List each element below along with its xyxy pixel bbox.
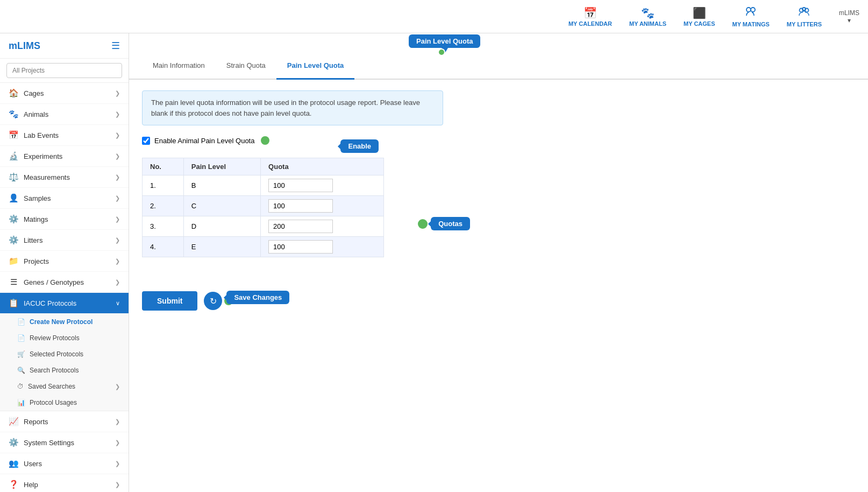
enable-checkbox-row: Enable Animal Pain Level Quota Enable	[142, 136, 855, 145]
matings-chevron-icon: ❯	[115, 216, 120, 223]
sidebar-iacuc-label: IACUC Protocols	[24, 299, 76, 307]
nav-calendar-label: MY CALENDAR	[568, 20, 612, 27]
enable-checkbox[interactable]	[142, 137, 150, 145]
enable-dot-indicator	[261, 136, 269, 145]
hamburger-icon[interactable]: ☰	[111, 40, 120, 52]
quota-table: No. Pain Level Quota 1. B	[142, 158, 384, 257]
col-pain-level: Pain Level	[183, 158, 260, 175]
nav-mlims-label: mLIMS	[839, 9, 859, 17]
nav-item-calendar[interactable]: 📅 MY CALENDAR	[568, 6, 612, 27]
sidebar-item-matings[interactable]: ⚙️ Matings ❯	[0, 209, 129, 230]
sidebar-litters-label: Litters	[24, 236, 42, 244]
sidebar-item-experiments[interactable]: 🔬 Experiments ❯	[0, 146, 129, 167]
sidebar-item-iacuc[interactable]: 📋 IACUC Protocols ∨	[0, 293, 129, 314]
sidebar-subitem-selected-protocols[interactable]: 🛒 Selected Protocols	[0, 346, 129, 362]
sidebar-item-projects[interactable]: 📁 Projects ❯	[0, 251, 129, 272]
calendar-icon: 📅	[584, 6, 597, 19]
nav-item-litters[interactable]: MY LITTERS	[787, 5, 822, 27]
sidebar-item-lab-events[interactable]: 📅 Lab Events ❯	[0, 125, 129, 146]
litters-icon	[798, 5, 810, 20]
sidebar-logo: mLIMS	[9, 40, 40, 52]
row-3-quota-cell	[261, 216, 384, 237]
nav-item-matings[interactable]: MY MATINGS	[732, 5, 770, 27]
sidebar-search-container	[0, 59, 129, 83]
quota-table-wrapper: No. Pain Level Quota 1. B	[142, 158, 384, 273]
sidebar-header: mLIMS ☰	[0, 33, 129, 59]
animals-icon: 🐾	[641, 6, 654, 19]
iacuc-chevron-icon: ∨	[116, 300, 120, 307]
measurements-chevron-icon: ❯	[115, 174, 120, 181]
buttons-row: Submit ↻ Save Changes	[142, 291, 855, 311]
col-quota: Quota	[261, 158, 384, 175]
sidebar-item-animals[interactable]: 🐾 Animals ❯	[0, 104, 129, 125]
sidebar-projects-label: Projects	[24, 257, 49, 265]
row-1-no: 1.	[143, 175, 184, 196]
row-1-quota-input[interactable]	[268, 179, 333, 192]
sidebar-item-system-settings[interactable]: ⚙️ System Settings ❯	[0, 432, 129, 453]
genes-sidebar-icon: ☰	[9, 277, 18, 287]
row-1-quota-cell	[261, 175, 384, 196]
sidebar-item-samples[interactable]: 👤 Samples ❯	[0, 188, 129, 209]
sidebar-item-reports[interactable]: 📈 Reports ❯	[0, 411, 129, 432]
samples-sidebar-icon: 👤	[9, 193, 18, 203]
sidebar-item-measurements[interactable]: ⚖️ Measurements ❯	[0, 167, 129, 188]
enable-callout-label: Enable	[348, 142, 371, 150]
users-sidebar-icon: 👥	[9, 459, 18, 468]
sidebar-item-litters[interactable]: ⚙️ Litters ❯	[0, 230, 129, 251]
search-input[interactable]	[6, 63, 122, 78]
sidebar-help-label: Help	[24, 481, 38, 489]
animals-sidebar-icon: 🐾	[9, 109, 18, 119]
projects-sidebar-icon: 📁	[9, 256, 18, 266]
tab-strain-quota-label: Strain Quota	[226, 61, 266, 69]
main-layout: mLIMS ☰ 🏠 Cages ❯ 🐾 Animals ❯ 📅 Lab Even…	[0, 33, 868, 492]
save-button-wrapper: ↻ Save Changes	[204, 292, 233, 310]
quotas-callout-label: Quotas	[438, 220, 463, 228]
iacuc-submenu: 📄 Create New Protocol 📄 Review Protocols…	[0, 314, 129, 411]
nav-item-mlims[interactable]: mLIMS ▾	[839, 9, 859, 24]
tab-pain-level-quota[interactable]: Pain Level Quota	[276, 53, 354, 80]
submit-button[interactable]: Submit	[142, 291, 197, 311]
sidebar-genes-label: Genes / Genotypes	[24, 278, 84, 286]
row-1-pain-level: B	[183, 175, 260, 196]
row-4-quota-input[interactable]	[268, 240, 333, 254]
sidebar-subitem-search-protocols[interactable]: 🔍 Search Protocols	[0, 362, 129, 378]
tab-strain-quota[interactable]: Strain Quota	[216, 53, 276, 80]
row-2-quota-input[interactable]	[268, 199, 333, 213]
info-box: The pain level quota information will be…	[142, 90, 443, 125]
review-protocols-icon: 📄	[17, 334, 25, 342]
sidebar-item-cages[interactable]: 🏠 Cages ❯	[0, 83, 129, 104]
pain-level-quota-tooltip: Pain Level Quota	[409, 34, 480, 48]
row-3-quota-input[interactable]	[268, 220, 333, 233]
sidebar-matings-label: Matings	[24, 215, 48, 223]
content-inner: The pain level quota information will be…	[129, 80, 868, 321]
sidebar-lab-events-label: Lab Events	[24, 131, 59, 139]
sidebar-subitem-create-protocol[interactable]: 📄 Create New Protocol	[0, 314, 129, 330]
quotas-callout-wrapper: Quotas	[418, 217, 470, 230]
sidebar-experiments-label: Experiments	[24, 152, 62, 160]
row-2-no: 2.	[143, 196, 184, 216]
save-changes-label: Save Changes	[234, 293, 282, 301]
sidebar-cages-label: Cages	[24, 89, 44, 97]
row-2-quota-cell	[261, 196, 384, 216]
sidebar-subitem-review-protocols[interactable]: 📄 Review Protocols	[0, 330, 129, 346]
sidebar-subitem-saved-searches[interactable]: ⏱ Saved Searches ❯	[0, 378, 129, 395]
nav-item-animals[interactable]: 🐾 MY ANIMALS	[629, 6, 666, 27]
sidebar-item-genes[interactable]: ☰ Genes / Genotypes ❯	[0, 272, 129, 293]
animals-chevron-icon: ❯	[115, 111, 120, 118]
top-navigation: 📅 MY CALENDAR 🐾 MY ANIMALS ⬛ MY CAGES MY…	[0, 0, 868, 33]
sidebar-subitem-protocol-usages[interactable]: 📊 Protocol Usages	[0, 395, 129, 411]
saved-searches-label: Saved Searches	[28, 383, 75, 390]
table-row: 2. C	[143, 196, 384, 216]
save-button[interactable]: ↻	[204, 292, 222, 310]
nav-item-cages[interactable]: ⬛ MY CAGES	[684, 6, 715, 27]
litters-sidebar-icon: ⚙️	[9, 235, 18, 245]
protocol-usages-label: Protocol Usages	[30, 399, 77, 406]
quotas-callout-bubble: Quotas	[431, 217, 470, 230]
row-3-pain-level: D	[183, 216, 260, 237]
tab-main-information[interactable]: Main Information	[142, 53, 216, 80]
row-4-no: 4.	[143, 237, 184, 257]
enable-label: Enable Animal Pain Level Quota	[154, 137, 254, 145]
sidebar-item-help[interactable]: ❓ Help ❯	[0, 474, 129, 492]
sidebar-item-users[interactable]: 👥 Users ❯	[0, 453, 129, 474]
system-settings-sidebar-icon: ⚙️	[9, 438, 18, 447]
